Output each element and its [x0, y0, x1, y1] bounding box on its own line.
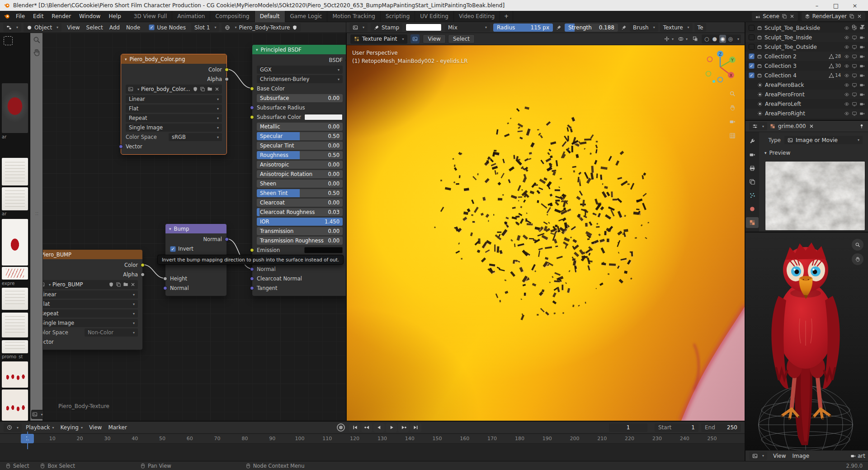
brush-preview-dropdown[interactable]: ▾	[349, 23, 368, 32]
pan-hand-icon[interactable]	[33, 48, 41, 57]
disable-in-renders-icon[interactable]	[859, 44, 865, 50]
fake-user-icon[interactable]	[193, 86, 198, 92]
collection-checkbox[interactable]: ✓	[749, 63, 755, 69]
timeline-tracks-area[interactable]	[0, 444, 745, 461]
input-socket-normal[interactable]	[250, 267, 254, 271]
outliner-row-areapieroback[interactable]: AreaPieroBack	[745, 80, 868, 90]
hide-in-viewport-icon[interactable]	[844, 82, 849, 88]
unlink-icon[interactable]	[809, 123, 814, 129]
viewport-canvas[interactable]: User Perspective (1) RetopoMesh_MainBody…	[347, 45, 745, 421]
new-scene-icon[interactable]	[782, 14, 787, 19]
auto-keying-toggle[interactable]	[337, 423, 345, 432]
menu-edit[interactable]: Edit	[29, 11, 47, 22]
workspace-tab--[interactable]: +	[500, 11, 513, 22]
reference-thumbnail[interactable]	[2, 340, 28, 353]
image-menu-view[interactable]: View	[770, 453, 789, 459]
tool-menu-texture[interactable]: Texture▾	[660, 23, 693, 32]
disable-in-renders-icon[interactable]	[859, 73, 865, 78]
texture-type-dropdown[interactable]: Image or Movie▾	[784, 136, 863, 144]
source-dropdown[interactable]: Single Image▾	[37, 319, 138, 327]
shading-solid-button[interactable]: ●	[712, 35, 718, 43]
shading-wireframe-button[interactable]: ○	[703, 35, 710, 43]
reference-thumbnail[interactable]	[2, 313, 28, 337]
bsdf-input-tangent[interactable]: Tangent	[257, 284, 343, 292]
play-button[interactable]	[386, 423, 397, 432]
workspace-tab-animation[interactable]: Animation	[172, 11, 210, 22]
input-socket-base-color[interactable]	[250, 87, 254, 91]
bsdf-input-sheen[interactable]: Sheen0.00	[257, 180, 343, 188]
open-folder-icon[interactable]	[207, 86, 212, 92]
next-keyframe-button[interactable]	[398, 423, 409, 432]
unlink-icon[interactable]	[214, 86, 220, 92]
editor-type-button[interactable]: ▾	[3, 23, 21, 32]
tab-render[interactable]	[746, 149, 759, 160]
maximize-button[interactable]: □	[826, 2, 845, 9]
divider-grip[interactable]: ::	[34, 212, 40, 216]
invert-checkbox[interactable]: ✓	[170, 246, 176, 252]
hide-in-viewport-icon[interactable]	[844, 63, 849, 69]
viewport-navigation-gizmo[interactable]: Z Y X	[701, 48, 739, 86]
bsdf-input-subsurface[interactable]: Subsurface0.00	[257, 94, 343, 102]
timeline-menu-keying[interactable]: Keying▾	[57, 424, 86, 431]
unlink-scene-icon[interactable]	[789, 14, 795, 19]
output-socket-alpha[interactable]	[141, 273, 145, 277]
hide-in-viewport-icon[interactable]	[844, 111, 849, 116]
tool-menu-te[interactable]: Te	[694, 23, 707, 32]
input-socket-clearcoat-normal[interactable]	[250, 277, 254, 281]
outliner-row-collection-2[interactable]: ✓Collection 228	[745, 52, 868, 61]
extension-dropdown[interactable]: Repeat▾	[126, 114, 222, 122]
node-menu-select[interactable]: Select	[83, 24, 106, 31]
paint-mask-toggle[interactable]	[410, 34, 420, 43]
camera-view-icon[interactable]	[729, 119, 736, 125]
hide-in-viewport-icon[interactable]	[844, 35, 849, 40]
shader-type-dropdown[interactable]: Object▾	[24, 23, 61, 32]
disable-in-viewports-icon[interactable]	[852, 92, 857, 97]
unlink-icon[interactable]	[130, 282, 136, 287]
bsdf-input-transmission[interactable]: Transmission0.00	[257, 227, 343, 235]
disable-in-renders-icon[interactable]	[859, 101, 865, 107]
node-image-texture-color[interactable]: ▾Piero_body_Color.png Color Alpha ▾Piero…	[121, 54, 227, 155]
disable-in-viewports-icon[interactable]	[852, 44, 857, 50]
shading-dropdown-arrow[interactable]: ▾	[737, 37, 739, 41]
blender-menu-icon[interactable]	[4, 13, 10, 19]
editor-corner-button[interactable]: ▾	[31, 410, 44, 419]
shader-node-editor[interactable]: ▾Principled BSDF BSDF GGX▾ Christensen-B…	[0, 33, 346, 421]
fake-user-icon[interactable]	[108, 282, 114, 287]
hide-in-viewport-icon[interactable]	[844, 101, 849, 107]
node-menu-node[interactable]: Node	[123, 24, 143, 31]
interpolation-dropdown[interactable]: Linear▾	[37, 290, 138, 299]
outliner-row-collection-3[interactable]: ✓Collection 330	[745, 61, 868, 71]
zoom-icon[interactable]	[33, 36, 41, 44]
box-select-tool-icon[interactable]	[4, 36, 13, 45]
hide-in-viewport-icon[interactable]	[844, 54, 849, 59]
node-header[interactable]: ▾Principled BSDF	[252, 45, 346, 54]
outliner-row-sculpt-toe-backside[interactable]: Sculpt_Toe_Backside	[745, 23, 868, 33]
input-socket-subsurface-color[interactable]	[250, 115, 254, 119]
bsdf-input-roughness[interactable]: Roughness0.50	[257, 151, 343, 159]
workspace-tab-scripting[interactable]: Scripting	[381, 11, 415, 22]
input-socket-normal[interactable]	[163, 286, 167, 290]
bsdf-input-anisotropic[interactable]: Anisotropic0.00	[257, 161, 343, 169]
tab-view-layer[interactable]	[746, 176, 759, 187]
workspace-tab-motion-tracking[interactable]: Motion Tracking	[327, 11, 380, 22]
tab-tool[interactable]	[746, 136, 759, 147]
strength-slider[interactable]: Strength0.188	[565, 24, 618, 32]
radius-slider[interactable]: Radius115 px	[493, 24, 553, 32]
bsdf-input-metallic[interactable]: Metallic0.00	[257, 123, 343, 131]
copy-icon[interactable]	[116, 282, 121, 287]
timeline-menu-playback[interactable]: Playback▾	[23, 424, 57, 431]
hide-in-viewport-icon[interactable]	[844, 25, 849, 31]
3d-viewport[interactable]: Texture Paint▾ ViewSelect ▾ ▾ ○ ● ◉ ◎ ▾	[346, 33, 745, 421]
tab-output[interactable]	[746, 163, 759, 174]
outliner-row-collection-4[interactable]: ✓Collection 414	[745, 71, 868, 80]
radius-pressure-icon[interactable]	[556, 25, 561, 30]
jump-to-start-button[interactable]	[349, 423, 360, 432]
disable-in-renders-icon[interactable]	[859, 82, 865, 88]
disable-in-renders-icon[interactable]	[859, 35, 865, 40]
outliner-row-areapierofront[interactable]: AreaPieroFront	[745, 90, 868, 99]
slot-dropdown[interactable]: Slot 1▾	[191, 23, 219, 32]
editor-type-button[interactable]: ▾	[749, 452, 767, 460]
collection-checkbox[interactable]	[749, 44, 755, 50]
input-socket-tangent[interactable]	[250, 286, 254, 290]
output-socket-alpha[interactable]	[225, 77, 229, 81]
